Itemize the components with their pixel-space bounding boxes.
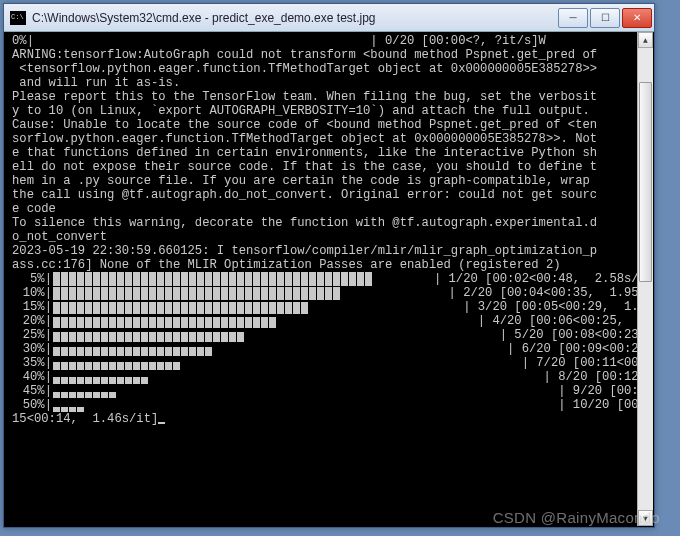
progress-bar — [53, 362, 180, 370]
progress-row: 45%|| 9/20 [00:1 — [12, 384, 648, 398]
console-line: Cause: Unable to locate the source code … — [12, 118, 648, 132]
scroll-thumb[interactable] — [639, 82, 652, 282]
progress-row: 10%|| 2/20 [00:04<00:35, 1.95s — [12, 286, 648, 300]
progress-bar — [53, 287, 340, 300]
progress-tail: | 6/20 [00:09<00:21 — [212, 342, 648, 356]
progress-percent: 20%| — [12, 314, 52, 328]
progress-bar — [53, 317, 276, 328]
minimize-button[interactable]: ─ — [558, 8, 588, 28]
progress-bar — [53, 332, 244, 342]
progress-bar — [53, 272, 372, 286]
progress-percent: 15%| — [12, 300, 52, 314]
text-cursor — [158, 422, 165, 424]
console-line: 2023-05-19 22:30:59.660125: I tensorflow… — [12, 244, 648, 258]
console-line: ass.cc:176] None of the MLIR Optimizatio… — [12, 258, 648, 272]
console-output[interactable]: 0%| | 0/20 [00:00<?, ?it/s]WARNING:tenso… — [4, 32, 654, 527]
console-line: o_not_convert — [12, 230, 648, 244]
progress-row: 30%|| 6/20 [00:09<00:21 — [12, 342, 648, 356]
progress-row: 5%|| 1/20 [00:02<00:48, 2.58s/i — [12, 272, 648, 286]
scrollbar-vertical[interactable]: ▲ ▼ — [637, 32, 653, 526]
progress-percent: 30%| — [12, 342, 52, 356]
progress-percent: 5%| — [12, 272, 52, 286]
progress-percent: 40%| — [12, 370, 52, 384]
console-line: Please report this to the TensorFlow tea… — [12, 90, 648, 104]
console-line: the call using @tf.autograph.do_not_conv… — [12, 188, 648, 202]
maximize-button[interactable]: ☐ — [590, 8, 620, 28]
progress-tail: | 5/20 [00:08<00:23, — [244, 328, 648, 342]
progress-tail: | 10/20 [00: — [84, 398, 648, 412]
progress-bar — [53, 377, 148, 384]
console-line: 0%| | 0/20 [00:00<?, ?it/s]W — [12, 34, 648, 48]
progress-tail: | 1/20 [00:02<00:48, 2.58s/i — [372, 272, 648, 286]
progress-percent: 35%| — [12, 356, 52, 370]
console-line-last: 15<00:14, 1.46s/it] — [12, 412, 648, 426]
cmd-icon — [10, 11, 26, 25]
progress-tail: | 4/20 [00:06<00:25, 1 — [276, 314, 648, 328]
progress-row: 20%|| 4/20 [00:06<00:25, 1 — [12, 314, 648, 328]
close-button[interactable]: ✕ — [622, 8, 652, 28]
console-line: <tensorflow.python.eager.function.TfMeth… — [12, 62, 648, 76]
console-line: sorflow.python.eager.function.TfMethodTa… — [12, 132, 648, 146]
watermark-text: CSDN @RainyMacondo — [493, 509, 660, 526]
progress-percent: 50%| — [12, 398, 52, 412]
progress-row: 25%|| 5/20 [00:08<00:23, — [12, 328, 648, 342]
progress-tail: | 2/20 [00:04<00:35, 1.95s — [340, 286, 648, 300]
progress-tail: | 9/20 [00:1 — [116, 384, 648, 398]
progress-bar — [53, 302, 308, 314]
progress-tail: | 8/20 [00:12< — [148, 370, 648, 384]
window-title: C:\Windows\System32\cmd.exe - predict_ex… — [32, 11, 556, 25]
progress-row: 40%|| 8/20 [00:12< — [12, 370, 648, 384]
console-line: e code — [12, 202, 648, 216]
cmd-window: C:\Windows\System32\cmd.exe - predict_ex… — [3, 3, 655, 528]
console-line: e that functions defined in certain envi… — [12, 146, 648, 160]
title-bar[interactable]: C:\Windows\System32\cmd.exe - predict_ex… — [4, 4, 654, 32]
window-buttons: ─ ☐ ✕ — [556, 8, 652, 28]
progress-bar — [53, 347, 212, 356]
console-line: y to 10 (on Linux, `export AUTOGRAPH_VER… — [12, 104, 648, 118]
progress-row: 35%|| 7/20 [00:11<00: — [12, 356, 648, 370]
progress-tail: | 7/20 [00:11<00: — [180, 356, 648, 370]
progress-percent: 10%| — [12, 286, 52, 300]
progress-percent: 45%| — [12, 384, 52, 398]
console-line: To silence this warning, decorate the fu… — [12, 216, 648, 230]
console-line: ARNING:tensorflow:AutoGraph could not tr… — [12, 48, 648, 62]
console-line: ell do not expose their source code. If … — [12, 160, 648, 174]
progress-row: 50%|| 10/20 [00: — [12, 398, 648, 412]
console-line: and will run it as-is. — [12, 76, 648, 90]
progress-row: 15%|| 3/20 [00:05<00:29, 1.7 — [12, 300, 648, 314]
progress-tail: | 3/20 [00:05<00:29, 1.7 — [308, 300, 648, 314]
scroll-up-button[interactable]: ▲ — [638, 32, 653, 48]
console-line: hem in a .py source file. If you are cer… — [12, 174, 648, 188]
progress-percent: 25%| — [12, 328, 52, 342]
